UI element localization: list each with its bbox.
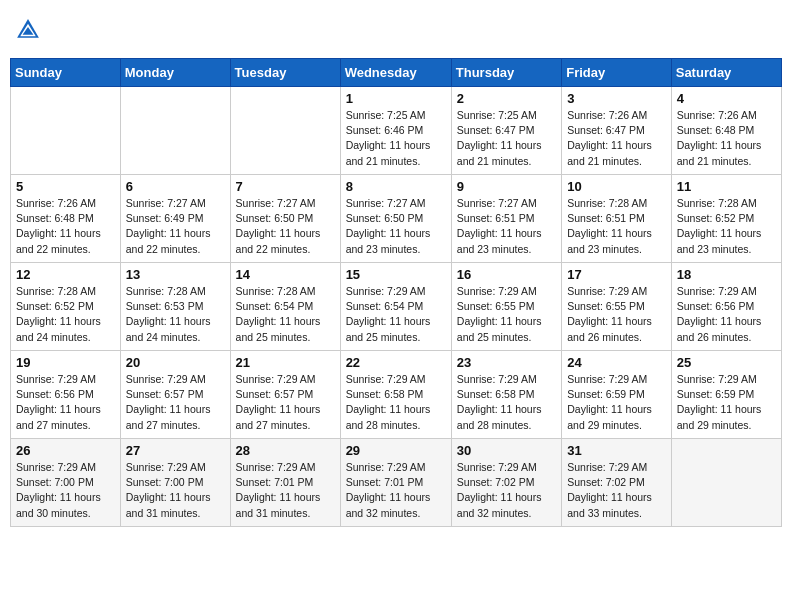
day-header-sunday: Sunday: [11, 59, 121, 87]
day-info: Sunrise: 7:29 AMSunset: 6:56 PMDaylight:…: [677, 284, 776, 345]
day-number: 18: [677, 267, 776, 282]
week-row-3: 12Sunrise: 7:28 AMSunset: 6:52 PMDayligh…: [11, 263, 782, 351]
calendar-cell: 23Sunrise: 7:29 AMSunset: 6:58 PMDayligh…: [451, 351, 561, 439]
day-info: Sunrise: 7:29 AMSunset: 7:00 PMDaylight:…: [126, 460, 225, 521]
day-info: Sunrise: 7:28 AMSunset: 6:52 PMDaylight:…: [16, 284, 115, 345]
calendar-cell: [671, 439, 781, 527]
calendar-cell: 22Sunrise: 7:29 AMSunset: 6:58 PMDayligh…: [340, 351, 451, 439]
logo: [14, 16, 44, 44]
calendar-cell: 28Sunrise: 7:29 AMSunset: 7:01 PMDayligh…: [230, 439, 340, 527]
day-info: Sunrise: 7:27 AMSunset: 6:50 PMDaylight:…: [346, 196, 446, 257]
day-info: Sunrise: 7:29 AMSunset: 6:55 PMDaylight:…: [457, 284, 556, 345]
calendar-cell: 12Sunrise: 7:28 AMSunset: 6:52 PMDayligh…: [11, 263, 121, 351]
day-info: Sunrise: 7:27 AMSunset: 6:50 PMDaylight:…: [236, 196, 335, 257]
calendar-cell: 18Sunrise: 7:29 AMSunset: 6:56 PMDayligh…: [671, 263, 781, 351]
day-number: 28: [236, 443, 335, 458]
calendar-cell: 11Sunrise: 7:28 AMSunset: 6:52 PMDayligh…: [671, 175, 781, 263]
calendar-cell: 20Sunrise: 7:29 AMSunset: 6:57 PMDayligh…: [120, 351, 230, 439]
day-info: Sunrise: 7:25 AMSunset: 6:46 PMDaylight:…: [346, 108, 446, 169]
day-number: 2: [457, 91, 556, 106]
day-number: 15: [346, 267, 446, 282]
day-info: Sunrise: 7:29 AMSunset: 6:55 PMDaylight:…: [567, 284, 666, 345]
day-number: 25: [677, 355, 776, 370]
calendar-cell: 21Sunrise: 7:29 AMSunset: 6:57 PMDayligh…: [230, 351, 340, 439]
calendar-cell: 14Sunrise: 7:28 AMSunset: 6:54 PMDayligh…: [230, 263, 340, 351]
day-header-wednesday: Wednesday: [340, 59, 451, 87]
calendar-cell: 8Sunrise: 7:27 AMSunset: 6:50 PMDaylight…: [340, 175, 451, 263]
day-info: Sunrise: 7:27 AMSunset: 6:51 PMDaylight:…: [457, 196, 556, 257]
calendar-cell: 27Sunrise: 7:29 AMSunset: 7:00 PMDayligh…: [120, 439, 230, 527]
day-number: 5: [16, 179, 115, 194]
day-number: 31: [567, 443, 666, 458]
day-number: 17: [567, 267, 666, 282]
calendar-cell: 15Sunrise: 7:29 AMSunset: 6:54 PMDayligh…: [340, 263, 451, 351]
day-info: Sunrise: 7:28 AMSunset: 6:53 PMDaylight:…: [126, 284, 225, 345]
day-header-friday: Friday: [562, 59, 672, 87]
day-info: Sunrise: 7:29 AMSunset: 7:02 PMDaylight:…: [457, 460, 556, 521]
day-info: Sunrise: 7:29 AMSunset: 6:59 PMDaylight:…: [567, 372, 666, 433]
day-number: 13: [126, 267, 225, 282]
day-header-tuesday: Tuesday: [230, 59, 340, 87]
day-info: Sunrise: 7:29 AMSunset: 6:56 PMDaylight:…: [16, 372, 115, 433]
calendar-cell: 5Sunrise: 7:26 AMSunset: 6:48 PMDaylight…: [11, 175, 121, 263]
day-info: Sunrise: 7:29 AMSunset: 7:00 PMDaylight:…: [16, 460, 115, 521]
week-row-1: 1Sunrise: 7:25 AMSunset: 6:46 PMDaylight…: [11, 87, 782, 175]
calendar-cell: 29Sunrise: 7:29 AMSunset: 7:01 PMDayligh…: [340, 439, 451, 527]
day-number: 23: [457, 355, 556, 370]
day-info: Sunrise: 7:25 AMSunset: 6:47 PMDaylight:…: [457, 108, 556, 169]
day-number: 16: [457, 267, 556, 282]
day-number: 4: [677, 91, 776, 106]
day-number: 12: [16, 267, 115, 282]
day-header-saturday: Saturday: [671, 59, 781, 87]
day-info: Sunrise: 7:29 AMSunset: 7:01 PMDaylight:…: [236, 460, 335, 521]
day-number: 24: [567, 355, 666, 370]
day-number: 7: [236, 179, 335, 194]
week-row-2: 5Sunrise: 7:26 AMSunset: 6:48 PMDaylight…: [11, 175, 782, 263]
day-number: 1: [346, 91, 446, 106]
day-info: Sunrise: 7:26 AMSunset: 6:48 PMDaylight:…: [16, 196, 115, 257]
calendar-cell: 4Sunrise: 7:26 AMSunset: 6:48 PMDaylight…: [671, 87, 781, 175]
day-number: 8: [346, 179, 446, 194]
day-info: Sunrise: 7:26 AMSunset: 6:48 PMDaylight:…: [677, 108, 776, 169]
calendar-cell: 19Sunrise: 7:29 AMSunset: 6:56 PMDayligh…: [11, 351, 121, 439]
day-number: 10: [567, 179, 666, 194]
day-number: 30: [457, 443, 556, 458]
day-info: Sunrise: 7:29 AMSunset: 6:58 PMDaylight:…: [346, 372, 446, 433]
calendar-cell: 17Sunrise: 7:29 AMSunset: 6:55 PMDayligh…: [562, 263, 672, 351]
day-number: 6: [126, 179, 225, 194]
day-number: 19: [16, 355, 115, 370]
calendar-cell: 3Sunrise: 7:26 AMSunset: 6:47 PMDaylight…: [562, 87, 672, 175]
week-row-4: 19Sunrise: 7:29 AMSunset: 6:56 PMDayligh…: [11, 351, 782, 439]
page-header: [10, 10, 782, 50]
calendar-cell: 31Sunrise: 7:29 AMSunset: 7:02 PMDayligh…: [562, 439, 672, 527]
day-info: Sunrise: 7:28 AMSunset: 6:52 PMDaylight:…: [677, 196, 776, 257]
calendar-cell: 6Sunrise: 7:27 AMSunset: 6:49 PMDaylight…: [120, 175, 230, 263]
day-info: Sunrise: 7:29 AMSunset: 6:57 PMDaylight:…: [126, 372, 225, 433]
logo-icon: [14, 16, 42, 44]
calendar-cell: 16Sunrise: 7:29 AMSunset: 6:55 PMDayligh…: [451, 263, 561, 351]
day-number: 21: [236, 355, 335, 370]
calendar-cell: 9Sunrise: 7:27 AMSunset: 6:51 PMDaylight…: [451, 175, 561, 263]
day-info: Sunrise: 7:29 AMSunset: 7:01 PMDaylight:…: [346, 460, 446, 521]
day-number: 3: [567, 91, 666, 106]
day-info: Sunrise: 7:28 AMSunset: 6:51 PMDaylight:…: [567, 196, 666, 257]
day-number: 11: [677, 179, 776, 194]
calendar-cell: 2Sunrise: 7:25 AMSunset: 6:47 PMDaylight…: [451, 87, 561, 175]
day-number: 27: [126, 443, 225, 458]
day-number: 22: [346, 355, 446, 370]
day-number: 9: [457, 179, 556, 194]
calendar-cell: [230, 87, 340, 175]
calendar-cell: 10Sunrise: 7:28 AMSunset: 6:51 PMDayligh…: [562, 175, 672, 263]
calendar-cell: 26Sunrise: 7:29 AMSunset: 7:00 PMDayligh…: [11, 439, 121, 527]
calendar-cell: 30Sunrise: 7:29 AMSunset: 7:02 PMDayligh…: [451, 439, 561, 527]
day-info: Sunrise: 7:29 AMSunset: 6:57 PMDaylight:…: [236, 372, 335, 433]
day-info: Sunrise: 7:26 AMSunset: 6:47 PMDaylight:…: [567, 108, 666, 169]
calendar-cell: 25Sunrise: 7:29 AMSunset: 6:59 PMDayligh…: [671, 351, 781, 439]
day-header-thursday: Thursday: [451, 59, 561, 87]
day-info: Sunrise: 7:27 AMSunset: 6:49 PMDaylight:…: [126, 196, 225, 257]
calendar-cell: [11, 87, 121, 175]
calendar-cell: 7Sunrise: 7:27 AMSunset: 6:50 PMDaylight…: [230, 175, 340, 263]
calendar-cell: 1Sunrise: 7:25 AMSunset: 6:46 PMDaylight…: [340, 87, 451, 175]
day-number: 14: [236, 267, 335, 282]
day-number: 26: [16, 443, 115, 458]
